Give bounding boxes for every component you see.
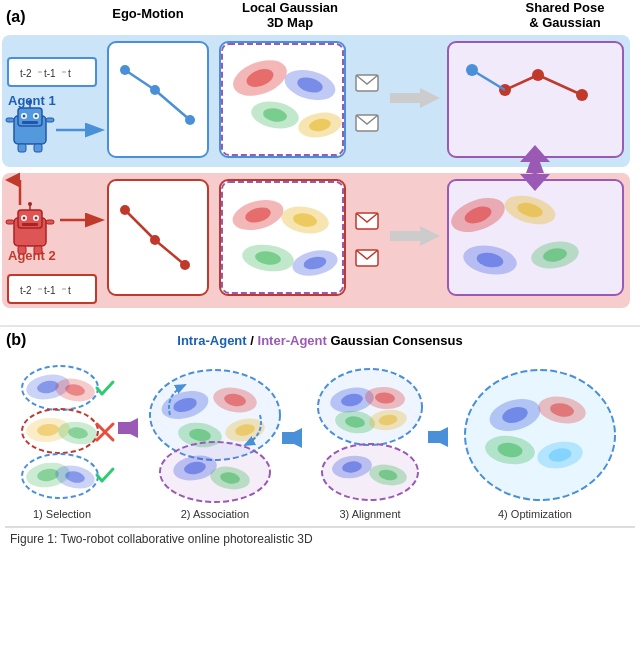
svg-rect-132 <box>118 422 138 434</box>
svg-text:t-1: t-1 <box>44 68 56 79</box>
svg-text:4) Optimization: 4) Optimization <box>498 508 572 520</box>
svg-rect-73 <box>18 246 26 254</box>
svg-point-27 <box>28 100 32 104</box>
svg-text:2) Association: 2) Association <box>181 508 249 520</box>
svg-text:t-2: t-2 <box>20 285 32 296</box>
svg-text:t: t <box>68 68 71 79</box>
svg-text:Agent 1: Agent 1 <box>8 93 56 108</box>
svg-rect-85 <box>220 180 345 295</box>
svg-rect-22 <box>6 118 14 122</box>
svg-rect-29 <box>108 42 208 157</box>
svg-point-19 <box>23 115 26 118</box>
svg-text:Intra-Agent
      /
      Inte: Intra-Agent / Inter-Agent Gaussian Conse… <box>177 333 462 348</box>
svg-rect-99 <box>448 180 623 295</box>
svg-rect-72 <box>46 220 54 224</box>
svg-text:(a): (a) <box>6 8 26 25</box>
svg-rect-148 <box>282 432 302 444</box>
svg-text:(b): (b) <box>6 331 26 348</box>
svg-text:Local Gaussian: Local Gaussian <box>242 0 338 15</box>
figure-container: (a) Ego-Motion Local Gaussian 3D Map Sha… <box>0 0 640 648</box>
svg-text:& Gaussian: & Gaussian <box>529 15 601 30</box>
svg-text:3D Map: 3D Map <box>267 15 313 30</box>
svg-text:Figure 1: Two-robot collaborat: Figure 1: Two-robot collaborative online… <box>10 532 313 546</box>
svg-text:t-2: t-2 <box>20 68 32 79</box>
main-figure-svg: (a) Ego-Motion Local Gaussian 3D Map Sha… <box>0 0 640 648</box>
svg-rect-35 <box>220 42 345 157</box>
svg-point-20 <box>35 115 38 118</box>
svg-rect-74 <box>34 246 42 254</box>
svg-text:Agent 2: Agent 2 <box>8 248 56 263</box>
svg-rect-164 <box>428 431 448 443</box>
svg-rect-71 <box>6 220 14 224</box>
svg-point-68 <box>23 217 26 220</box>
svg-point-165 <box>465 370 615 500</box>
svg-text:Ego-Motion: Ego-Motion <box>112 6 184 21</box>
svg-point-76 <box>28 202 32 206</box>
svg-rect-23 <box>46 118 54 122</box>
svg-text:t: t <box>68 285 71 296</box>
svg-text:t-1: t-1 <box>44 285 56 296</box>
svg-rect-24 <box>18 144 26 152</box>
svg-rect-70 <box>22 223 38 226</box>
svg-text:3) Alignment: 3) Alignment <box>339 508 400 520</box>
svg-text:1) Selection: 1) Selection <box>33 508 91 520</box>
svg-rect-49 <box>448 42 623 157</box>
svg-rect-21 <box>22 121 38 124</box>
svg-rect-25 <box>34 144 42 152</box>
svg-point-69 <box>35 217 38 220</box>
svg-text:Shared Pose: Shared Pose <box>526 0 605 15</box>
